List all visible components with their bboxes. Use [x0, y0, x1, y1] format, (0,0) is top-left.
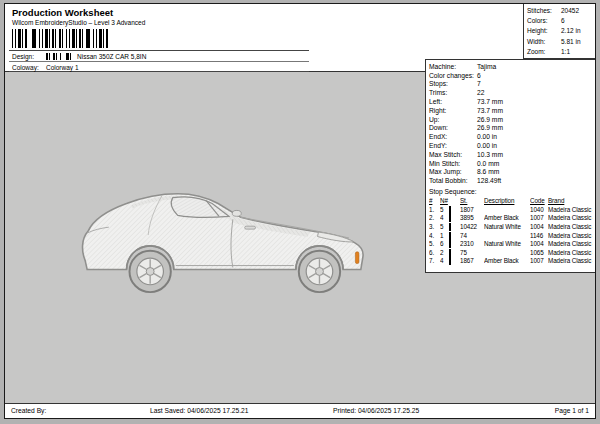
thread-description: Amber Black	[484, 214, 530, 223]
footer-created-by: Created By:	[11, 404, 46, 418]
machine-info-label: EndY:	[429, 142, 477, 149]
machine-info-row: EndY: 0.00 in	[429, 141, 593, 150]
thread-code: 1146	[530, 232, 548, 241]
machine-info-label: Max Stitch:	[429, 151, 477, 158]
thread-brand: Madeira Classic 40	[548, 232, 593, 241]
machine-info-row: Color changes: 6	[429, 71, 593, 80]
thread-code: 1004	[530, 223, 548, 232]
summary-row: Colors: 6	[524, 15, 595, 25]
stop-needle: 2	[440, 249, 449, 258]
stop-number: 3.	[429, 223, 440, 232]
machine-info-value: 73.7 mm	[477, 98, 503, 105]
machine-info-value: 6	[477, 72, 481, 79]
machine-info-label: Trims:	[429, 89, 477, 96]
thread-description: Amber Black	[484, 257, 530, 266]
machine-info-value: 7	[477, 80, 481, 87]
stop-stitches: 3895	[460, 214, 484, 223]
thread-brand: Madeira Classic 40	[548, 214, 593, 223]
col-header-stitches: St.	[460, 197, 484, 206]
thread-description	[484, 249, 530, 258]
col-header-num: #	[429, 197, 440, 206]
thread-brand: Madeira Classic 40	[548, 240, 593, 249]
machine-info-label: Total Bobbin:	[429, 177, 477, 184]
stop-number: 4.	[429, 232, 440, 241]
thread-code: 1065	[530, 249, 548, 258]
machine-info-label: Machine:	[429, 63, 477, 70]
colorway-row: Coloway: Colorway 1	[9, 62, 309, 73]
stop-stitches: 2310	[460, 240, 484, 249]
thread-code: 1007	[530, 257, 548, 266]
thread-description: Natural White	[484, 240, 530, 249]
summary-value: 5.81 in	[561, 38, 581, 45]
machine-info-label: Right:	[429, 107, 477, 114]
summary-row: Zoom: 1:1	[524, 47, 595, 57]
machine-info-panel: Machine: Tajima Color changes: 6 Stops: …	[425, 59, 595, 273]
summary-label: Colors:	[524, 17, 561, 24]
stop-sequence-title: Stop Sequence:	[429, 188, 593, 197]
stop-needle: 5	[440, 206, 449, 215]
design-info-box: Design: Nissan 350Z CAR 5,8IN Coloway: C…	[9, 50, 309, 72]
design-barcode-icon	[46, 53, 72, 60]
machine-info-row: Max Jump: 8.6 mm	[429, 168, 593, 177]
machine-info-label: EndX:	[429, 133, 477, 140]
stop-stitches: 10422	[460, 223, 484, 232]
machine-info-row: Total Bobbin: 128.49ft	[429, 176, 593, 185]
stop-needle: 4	[440, 214, 449, 223]
machine-info-value: Tajima	[477, 63, 496, 70]
col-header-needle: N#	[440, 197, 449, 206]
stop-number: 2.	[429, 214, 440, 223]
thread-color-swatch	[449, 232, 451, 240]
front-hub	[316, 268, 324, 276]
side-mirror	[232, 210, 241, 216]
thread-color-swatch	[449, 214, 451, 222]
summary-row: Stitches: 20452	[524, 5, 595, 15]
machine-info-value: 26.9 mm	[477, 124, 503, 131]
stop-number: 1.	[429, 206, 440, 215]
summary-label: Height:	[524, 27, 561, 34]
footer-page-number: Page 1 of 1	[555, 404, 589, 418]
stop-stitches: 1867	[460, 257, 484, 266]
stop-stitches: 1807	[460, 206, 484, 215]
stop-stitches: 74	[460, 232, 484, 241]
footer-printed: Printed: 04/06/2025 17.25.25	[333, 404, 419, 418]
stop-needle: 1	[440, 232, 449, 241]
summary-label: Zoom:	[524, 48, 561, 55]
thread-code: 1004	[530, 240, 548, 249]
machine-info-value: 22	[477, 89, 484, 96]
thread-color-swatch	[449, 249, 451, 257]
design-name: Nissan 350Z CAR 5,8IN	[77, 53, 146, 60]
machine-info-row: EndX: 0.00 in	[429, 132, 593, 141]
machine-info-label: Up:	[429, 116, 477, 123]
thread-description	[484, 206, 530, 215]
machine-info-row: Up: 26.9 mm	[429, 115, 593, 124]
thread-code: 1007	[530, 214, 548, 223]
stop-needle: 5	[440, 223, 449, 232]
machine-info-value: 0.00 in	[477, 142, 497, 149]
stop-stitches: 75	[460, 249, 484, 258]
colorway-label: Coloway:	[9, 64, 46, 71]
summary-value: 2.12 in	[561, 27, 581, 34]
stop-number: 7.	[429, 257, 440, 266]
machine-info-label: Min Stitch:	[429, 160, 477, 167]
production-worksheet-page: Production Worksheet Wilcom EmbroiderySt…	[4, 3, 596, 419]
barcode-icon	[12, 29, 108, 48]
machine-info-label: Max Jump:	[429, 168, 477, 175]
summary-box: Stitches: 20452 Colors: 6 Height: 2.12 i…	[523, 4, 595, 59]
thread-color-swatch	[449, 223, 451, 231]
col-header-brand: Brand	[548, 197, 593, 206]
machine-info-value: 26.9 mm	[477, 116, 503, 123]
software-subtitle: Wilcom EmbroideryStudio – Level 3 Advanc…	[12, 19, 145, 26]
design-label: Design:	[9, 53, 46, 60]
summary-value: 20452	[561, 7, 579, 14]
machine-info-value: 0.0 mm	[477, 160, 499, 167]
summary-label: Stitches:	[524, 7, 561, 14]
col-header-description: Description	[484, 197, 530, 206]
machine-info-label: Down:	[429, 124, 477, 131]
thread-brand: Madeira Classic 40	[548, 257, 593, 266]
summary-label: Width:	[524, 38, 561, 45]
summary-row: Height: 2.12 in	[524, 26, 595, 36]
summary-row: Width: 5.81 in	[524, 36, 595, 46]
thread-color-swatch	[449, 257, 451, 265]
machine-info-label: Left:	[429, 98, 477, 105]
thread-code: 1040	[530, 206, 548, 215]
